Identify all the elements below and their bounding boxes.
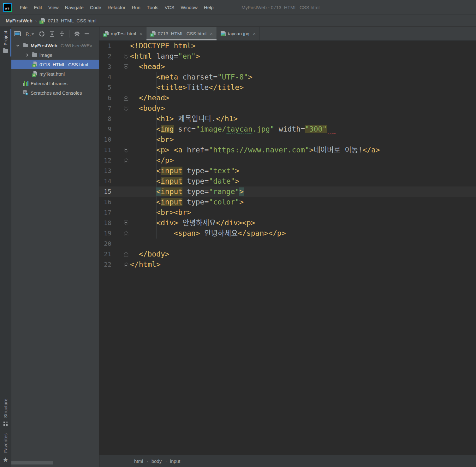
- code-token: href: [187, 146, 204, 154]
- project-view-mode-icon[interactable]: [14, 31, 21, 37]
- code-token: "text": [209, 167, 235, 175]
- code-token: "https://www.naver.com": [209, 146, 309, 154]
- menu-refactor[interactable]: Refactor: [104, 0, 129, 15]
- tree-item-path: C:₩Users₩Ev: [61, 43, 92, 48]
- code-text: <br><br>: [129, 207, 191, 218]
- code-token: [274, 125, 279, 133]
- fold-collapse-icon[interactable]: [111, 54, 129, 59]
- close-icon[interactable]: ×: [140, 31, 142, 36]
- stripe-button-favorites[interactable]: Favorites ★: [0, 429, 11, 467]
- code-token: =: [204, 177, 209, 185]
- line-number: 6: [99, 93, 111, 103]
- code-token: "image/: [196, 125, 226, 133]
- menu-view[interactable]: View: [45, 0, 62, 15]
- close-icon[interactable]: ×: [210, 31, 213, 36]
- horizontal-scrollbar[interactable]: [11, 461, 53, 464]
- menu-tools[interactable]: Tools: [144, 0, 162, 15]
- code-line-11: 11 <p> <a href="https://www.naver.com">네…: [99, 145, 476, 155]
- code-token: [130, 125, 156, 133]
- tree-item-external-libraries[interactable]: External Libraries: [11, 79, 99, 88]
- tree-item-label: image: [39, 52, 52, 58]
- fold-end-icon[interactable]: [111, 251, 129, 257]
- fold-collapse-icon[interactable]: [111, 147, 129, 153]
- line-number: 10: [99, 134, 111, 145]
- fold-collapse-icon[interactable]: [111, 106, 129, 111]
- code-editor[interactable]: 1<!DOCTYPE html>2<html lang="en">3 <head…: [99, 41, 476, 455]
- menu-window[interactable]: Window: [177, 0, 200, 15]
- line-number: 5: [99, 82, 111, 93]
- code-token: input: [161, 167, 182, 175]
- code-text: <div> 안녕하세요</div><p>: [129, 218, 255, 228]
- expand-all-icon[interactable]: [50, 31, 55, 37]
- code-token: [130, 219, 156, 227]
- tree-item-scratches-and-consoles[interactable]: »Scratches and Consoles: [11, 88, 99, 98]
- code-token: [130, 62, 139, 71]
- code-line-8: 8 <h1> 제목입니다.</h1>: [99, 114, 476, 124]
- code-token: [130, 73, 156, 81]
- fold-collapse-icon[interactable]: [111, 220, 129, 226]
- tree-item-mytest-html[interactable]: HmyTest.html: [11, 69, 99, 79]
- fold-end-icon[interactable]: [111, 95, 129, 101]
- code-token: [130, 156, 156, 164]
- menu-navigate[interactable]: Navigate: [62, 0, 87, 15]
- code-token: type: [187, 198, 204, 206]
- code-text: </html>: [129, 259, 161, 270]
- line-number: 4: [99, 72, 111, 82]
- breadcrumb-body[interactable]: body: [152, 458, 162, 464]
- menu-file[interactable]: File: [17, 0, 31, 15]
- code-token: [182, 167, 187, 175]
- fold-end-icon[interactable]: [111, 231, 129, 236]
- tree-item-myfirstweb[interactable]: MyFirstWebC:₩Users₩Ev: [11, 41, 99, 50]
- code-token: "UTF-8": [217, 73, 248, 81]
- code-token: src: [178, 125, 191, 133]
- code-line-18: 18 <div> 안녕하세요</div><p>: [99, 218, 476, 228]
- code-text: <input type="date">: [129, 176, 239, 186]
- editor-tab-mytest-html[interactable]: HmyTest.html×: [99, 27, 146, 40]
- code-token: <: [156, 187, 161, 196]
- tree-item-image[interactable]: image: [11, 50, 99, 60]
- structure-icon: [3, 422, 8, 426]
- breadcrumb-project[interactable]: MyFirstWeb: [6, 18, 33, 23]
- close-icon[interactable]: ×: [253, 31, 256, 36]
- menu-help[interactable]: Help: [201, 0, 217, 15]
- project-view-selector[interactable]: P..: [26, 31, 34, 37]
- code-token: [130, 198, 156, 206]
- stripe-button-structure[interactable]: Structure: [0, 395, 11, 429]
- code-line-17: 17 <br><br>: [99, 207, 476, 218]
- fold-collapse-icon[interactable]: [111, 64, 129, 70]
- code-token: [178, 73, 182, 81]
- code-token: 네이버로 이동!: [314, 146, 363, 154]
- menu-run[interactable]: Run: [128, 0, 144, 15]
- code-token: [170, 146, 174, 154]
- tree-item-label: Scratches and Consoles: [31, 90, 82, 96]
- code-token: Title: [187, 83, 209, 92]
- code-token: img: [161, 125, 174, 133]
- code-token: </html>: [130, 260, 161, 269]
- locate-file-icon[interactable]: [39, 31, 45, 37]
- code-line-5: 5 <title>Title</title>: [99, 82, 476, 93]
- code-token: <!DOCTYPE html>: [130, 42, 196, 50]
- breadcrumb-html[interactable]: html: [134, 458, 143, 464]
- breadcrumb-input[interactable]: input: [170, 458, 181, 464]
- breadcrumb-file[interactable]: 0713_HTML_CSS.html: [48, 18, 96, 23]
- menu-vcs[interactable]: VCS: [162, 0, 178, 15]
- tree-item-0713-html-css-html[interactable]: H0713_HTML_CSS.html: [11, 60, 99, 69]
- line-number: 8: [99, 114, 111, 124]
- code-line-19: 19 <span> 안녕하세요</span></p>: [99, 228, 476, 239]
- code-token: <div>: [156, 219, 178, 227]
- menu-edit[interactable]: Edit: [31, 0, 45, 15]
- code-token: =: [213, 73, 217, 81]
- code-line-16: 16 <input type="color">: [99, 197, 476, 207]
- menu-code[interactable]: Code: [87, 0, 104, 15]
- collapse-all-icon[interactable]: [59, 31, 64, 37]
- code-token: [182, 187, 187, 196]
- settings-gear-icon[interactable]: [74, 31, 80, 37]
- editor-tab-taycan-jpg[interactable]: taycan.jpg×: [217, 27, 260, 40]
- stripe-button-project[interactable]: Project: [0, 27, 11, 56]
- code-token: [152, 52, 156, 60]
- hide-panel-icon[interactable]: [85, 33, 89, 34]
- code-text: <!DOCTYPE html>: [129, 41, 196, 51]
- editor-tab-0713-html-css-html[interactable]: H0713_HTML_CSS.html×: [146, 27, 217, 40]
- fold-end-icon[interactable]: [111, 158, 129, 163]
- fold-end-icon[interactable]: [111, 262, 129, 268]
